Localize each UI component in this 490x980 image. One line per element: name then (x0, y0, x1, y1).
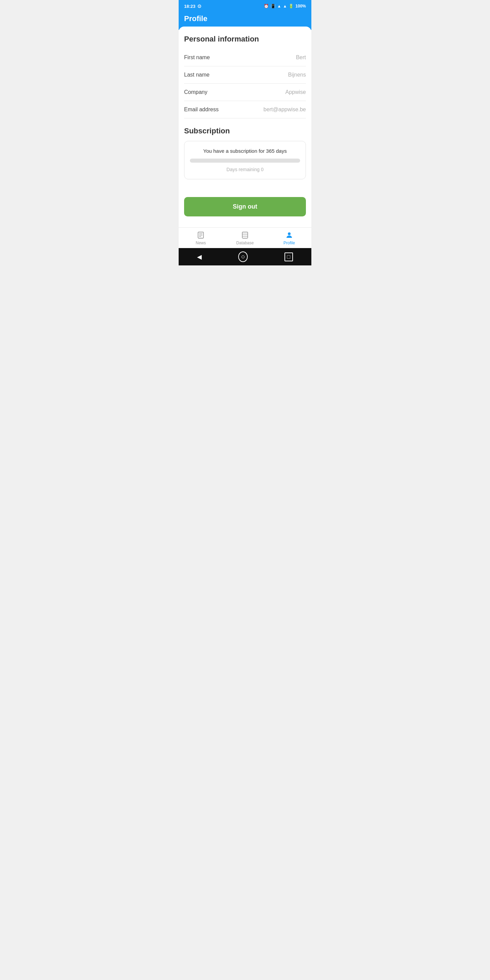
email-row: Email address bert@appwise.be (184, 101, 306, 118)
last-name-label: Last name (184, 72, 210, 78)
nav-item-database[interactable]: Database (231, 231, 259, 245)
svg-point-7 (288, 232, 291, 235)
status-left: 18:23 ⊙ (184, 3, 202, 9)
phone-container: 18:23 ⊙ ⏰ 📳 ▲ ▲ 🔋 100% Profile Personal … (179, 0, 311, 266)
subscription-section: Subscription You have a subscription for… (184, 127, 306, 179)
vibrate-icon: 📳 (270, 4, 275, 8)
email-value: bert@appwise.be (263, 107, 306, 113)
nav-label-news: News (196, 240, 206, 245)
subscription-title: Subscription (184, 127, 306, 135)
email-label: Email address (184, 107, 218, 113)
news-icon (197, 231, 205, 239)
alarm-icon: ⏰ (264, 4, 269, 8)
signal-bars-icon: ▲ (283, 4, 287, 8)
company-value: Appwise (285, 89, 306, 95)
wifi-icon: ▲ (277, 4, 282, 8)
spacer (184, 179, 306, 192)
nav-item-news[interactable]: News (187, 231, 215, 245)
android-navigation-bar: ◀ ○ □ (179, 248, 311, 266)
signal-icon: ⊙ (197, 3, 202, 9)
back-button[interactable]: ◀ (197, 253, 202, 261)
recents-button[interactable]: □ (285, 253, 293, 261)
svg-rect-4 (242, 232, 248, 238)
bottom-navigation: News Database Profile (179, 227, 311, 248)
personal-info-section: Personal information First name Bert Las… (184, 35, 306, 118)
company-row: Company Appwise (184, 84, 306, 101)
last-name-row: Last name Bijnens (184, 66, 306, 84)
first-name-value: Bert (296, 54, 306, 60)
first-name-row: First name Bert (184, 49, 306, 66)
battery-percent: 100% (295, 4, 306, 8)
personal-info-title: Personal information (184, 35, 306, 43)
database-icon (241, 231, 249, 239)
nav-item-profile[interactable]: Profile (275, 231, 303, 245)
progress-bar-background (190, 159, 300, 163)
status-right: ⏰ 📳 ▲ ▲ 🔋 100% (264, 4, 306, 8)
status-bar: 18:23 ⊙ ⏰ 📳 ▲ ▲ 🔋 100% (179, 0, 311, 11)
time-display: 18:23 (184, 4, 195, 9)
home-button[interactable]: ○ (238, 251, 248, 262)
nav-label-profile: Profile (283, 240, 295, 245)
days-remaining-text: Days remaining 0 (190, 167, 300, 172)
company-label: Company (184, 89, 207, 95)
profile-icon (285, 231, 293, 239)
main-content: Personal information First name Bert Las… (179, 27, 311, 227)
nav-label-database: Database (236, 240, 253, 245)
battery-icon: 🔋 (288, 4, 294, 8)
last-name-value: Bijnens (288, 72, 306, 78)
subscription-text: You have a subscription for 365 days (190, 148, 300, 154)
first-name-label: First name (184, 54, 210, 60)
sign-out-button[interactable]: Sign out (184, 197, 306, 216)
subscription-card: You have a subscription for 365 days Day… (184, 141, 306, 179)
page-title: Profile (184, 14, 207, 23)
